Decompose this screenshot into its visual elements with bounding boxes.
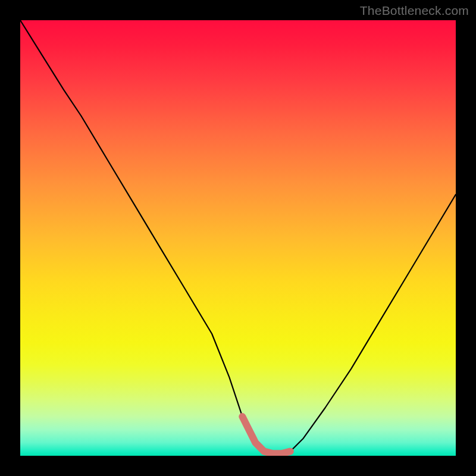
watermark-text: TheBottleneck.com xyxy=(360,4,469,18)
chart-frame: TheBottleneck.com xyxy=(0,0,476,476)
plot-area xyxy=(20,20,456,456)
highlight-segment xyxy=(20,20,456,456)
